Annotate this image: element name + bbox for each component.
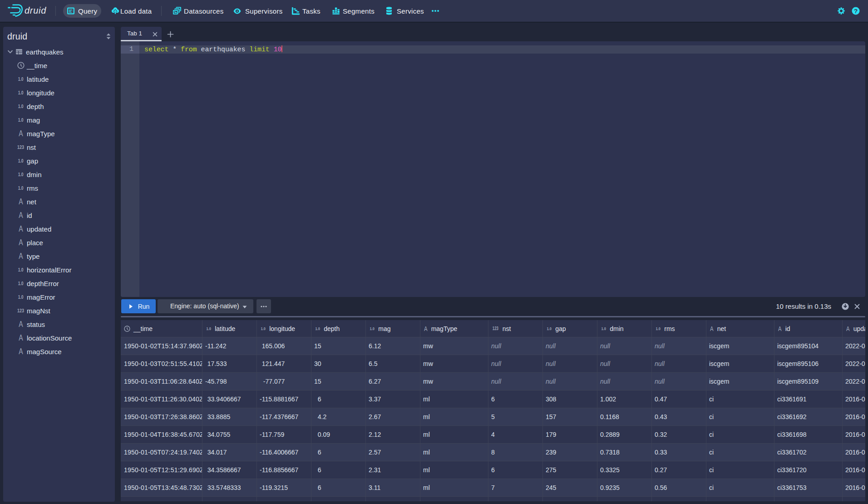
svg-text:?: ? xyxy=(854,8,858,15)
